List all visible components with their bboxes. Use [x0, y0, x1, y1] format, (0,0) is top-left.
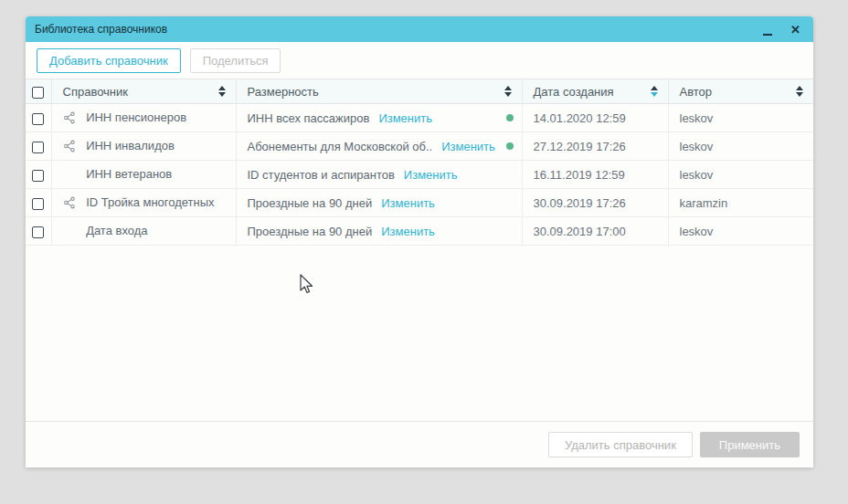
created-cell: 30.09.2019 17:26 — [522, 189, 668, 217]
dimension-cell: Проездные на 90 днейИзменить — [236, 217, 522, 246]
table-empty-area — [26, 246, 813, 421]
dictionary-name: Дата входа — [86, 224, 147, 237]
dimension-name: ID студентов и аспирантов — [248, 168, 395, 182]
row-checkbox[interactable] — [32, 226, 44, 238]
created-date: 14.01.2020 12:59 — [534, 111, 626, 125]
created-date: 30.09.2019 17:00 — [534, 225, 626, 238]
edit-link[interactable]: Изменить — [404, 168, 458, 182]
dictionary-cell: ИНН ветеранов — [51, 161, 236, 189]
edit-link[interactable]: Изменить — [381, 196, 435, 210]
share-icon — [63, 111, 83, 125]
dimension-cell: ID студентов и аспирантовИзменить — [236, 161, 522, 189]
created-cell: 16.11.2019 12:59 — [522, 161, 668, 189]
created-cell: 14.01.2020 12:59 — [522, 104, 668, 132]
author: leskov — [680, 168, 714, 182]
sort-icon[interactable] — [218, 86, 226, 97]
dimension-name: Проездные на 90 дней — [248, 225, 373, 238]
table-body: ИНН пенсионеров ИНН всех пассажировИзмен… — [26, 104, 813, 246]
column-label: Размерность — [248, 85, 319, 99]
dimension-name: ИНН всех пассажиров — [248, 111, 370, 125]
created-date: 27.12.2019 17:26 — [534, 140, 626, 153]
dictionary-cell: Дата входа — [51, 217, 236, 246]
column-label: Дата создания — [534, 85, 614, 99]
table-header-row: Справочник Размерность Дата создания Авт… — [26, 79, 813, 104]
add-dictionary-button[interactable]: Добавить справочник — [37, 48, 181, 73]
dictionary-name: ИНН инвалидов — [86, 139, 175, 152]
row-checkbox-cell — [26, 132, 51, 161]
share-icon — [63, 140, 83, 153]
column-label: Справочник — [63, 85, 129, 99]
dimension-name: Абонементы для Московской об.. — [248, 140, 433, 153]
dictionary-cell: ID Тройка многодетных — [51, 189, 236, 217]
column-header[interactable]: Размерность — [236, 79, 522, 104]
dimension-cell: ИНН всех пассажировИзменить — [236, 104, 522, 132]
author-cell: leskov — [668, 132, 813, 161]
footer: Удалить справочник Применить — [26, 421, 813, 467]
column-header[interactable]: Автор — [668, 79, 813, 104]
titlebar: Библиотека справочников ✕ — [26, 16, 813, 42]
minimize-button[interactable] — [763, 24, 772, 36]
dictionary-library-window: Библиотека справочников ✕ Добавить справ… — [26, 16, 813, 467]
row-checkbox-cell — [26, 217, 51, 246]
delete-dictionary-button[interactable]: Удалить справочник — [548, 432, 693, 457]
row-checkbox[interactable] — [32, 142, 44, 153]
row-checkbox-cell — [26, 189, 51, 217]
author: karamzin — [680, 196, 728, 210]
close-button[interactable]: ✕ — [790, 24, 800, 36]
column-header[interactable]: Справочник — [51, 79, 236, 104]
dimension-cell: Абонементы для Московской об..Изменить — [236, 132, 522, 161]
author-cell: leskov — [668, 104, 813, 132]
sort-icon[interactable] — [796, 86, 803, 97]
active-dot — [506, 142, 514, 150]
sort-icon[interactable] — [504, 86, 512, 97]
dictionaries-table: Справочник Размерность Дата создания Авт… — [26, 79, 813, 246]
window-title: Библиотека справочников — [35, 23, 167, 36]
dimension-cell: Проездные на 90 днейИзменить — [236, 189, 522, 217]
edit-link[interactable]: Изменить — [441, 140, 495, 153]
dictionary-name: ИНН ветеранов — [86, 167, 172, 181]
row-checkbox[interactable] — [32, 170, 44, 182]
author: leskov — [680, 111, 714, 125]
column-header[interactable]: Дата создания — [522, 79, 668, 104]
share-button[interactable]: Поделиться — [190, 48, 281, 73]
dictionary-name: ID Тройка многодетных — [86, 195, 214, 209]
dictionary-cell: ИНН инвалидов — [51, 132, 236, 161]
author: leskov — [680, 225, 714, 238]
created-cell: 30.09.2019 17:00 — [522, 217, 668, 246]
created-cell: 27.12.2019 17:26 — [522, 132, 668, 161]
table-row[interactable]: ИНН ветеранов ID студентов и аспирантовИ… — [26, 161, 813, 189]
select-all-checkbox[interactable] — [32, 87, 44, 99]
table-row[interactable]: ИНН пенсионеров ИНН всех пассажировИзмен… — [26, 104, 813, 132]
row-checkbox-cell — [26, 161, 51, 189]
author-cell: karamzin — [668, 189, 813, 217]
table-row[interactable]: Дата входа Проездные на 90 днейИзменить … — [26, 217, 813, 246]
edit-link[interactable]: Изменить — [381, 225, 435, 238]
toolbar: Добавить справочник Поделиться — [26, 42, 813, 79]
created-date: 16.11.2019 12:59 — [534, 168, 625, 182]
share-icon — [63, 196, 83, 210]
created-date: 30.09.2019 17:26 — [534, 196, 626, 210]
row-checkbox[interactable] — [32, 198, 44, 210]
apply-button[interactable]: Применить — [700, 432, 800, 457]
select-all-cell — [26, 79, 51, 104]
dictionary-cell: ИНН пенсионеров — [51, 104, 236, 132]
edit-link[interactable]: Изменить — [378, 111, 432, 125]
author-cell: leskov — [668, 217, 813, 246]
active-dot — [506, 114, 514, 121]
author-cell: leskov — [668, 161, 813, 189]
row-checkbox-cell — [26, 104, 51, 132]
minimize-icon — [763, 34, 772, 36]
dimension-name: Проездные на 90 дней — [248, 196, 373, 210]
sort-icon[interactable] — [651, 86, 658, 97]
dictionary-name: ИНН пенсионеров — [86, 110, 186, 124]
table-row[interactable]: ИНН инвалидов Абонементы для Московской … — [26, 132, 813, 161]
table-row[interactable]: ID Тройка многодетных Проездные на 90 дн… — [26, 189, 813, 217]
author: leskov — [680, 140, 714, 153]
row-checkbox[interactable] — [32, 113, 44, 125]
column-label: Автор — [680, 85, 713, 99]
